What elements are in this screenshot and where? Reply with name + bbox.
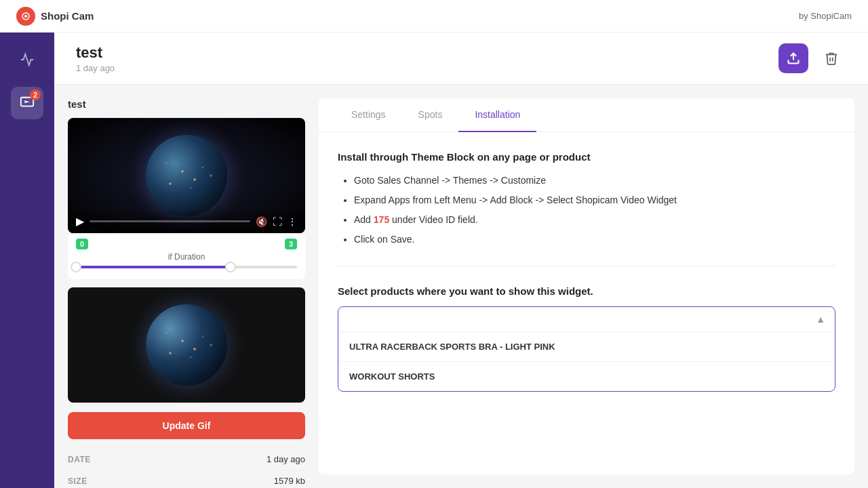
body-columns: test ▶ 🔇 ⛶ ⋮ xyxy=(54,85,868,488)
product-item-1[interactable]: ULTRA RACERBACK SPORTS BRA - LIGHT PINK xyxy=(338,332,835,362)
logo-icon xyxy=(16,7,35,26)
install-title: Install through Theme Block on any page … xyxy=(338,151,835,163)
install-step-3-before: Add xyxy=(354,214,374,225)
slider-fill xyxy=(76,266,231,268)
gif-duration-end-label: 3 xyxy=(285,239,297,249)
meta-row-date: DATE 1 day ago xyxy=(68,449,305,470)
products-list: ULTRA RACERBACK SPORTS BRA - LIGHT PINK … xyxy=(338,332,835,391)
install-steps-list: Goto Sales Channel -> Themes -> Customiz… xyxy=(338,174,835,247)
gif-preview xyxy=(68,287,305,403)
top-navigation: Shopi Cam by ShopiCam xyxy=(0,0,868,33)
progress-bar[interactable] xyxy=(90,220,250,222)
products-dropdown-header[interactable]: ▲ xyxy=(338,307,835,332)
meta-size-label: SIZE xyxy=(68,476,87,486)
content-area: test 1 day ago xyxy=(54,33,868,488)
sidebar-item-video[interactable]: 2 xyxy=(11,87,43,119)
slider-thumb-left[interactable] xyxy=(71,262,81,272)
globe-image xyxy=(146,135,227,216)
fullscreen-button[interactable]: ⛶ xyxy=(273,216,282,227)
gif-globe-lights xyxy=(146,304,227,386)
tab-installation[interactable]: Installation xyxy=(458,98,536,132)
sidebar: 2 xyxy=(0,33,54,488)
tab-spots[interactable]: Spots xyxy=(402,98,459,132)
install-step-1: Goto Sales Channel -> Themes -> Customiz… xyxy=(354,174,835,188)
chevron-up-icon: ▲ xyxy=(816,314,825,325)
main-layout: 2 test 1 day ago xyxy=(0,33,868,488)
product-item-2[interactable]: WORKOUT SHORTS xyxy=(338,362,835,391)
gif-duration-wrapper: 0 3 if Duration xyxy=(68,233,305,279)
meta-row-size: SIZE 1579 kb xyxy=(68,470,305,488)
meta-rows: DATE 1 day ago SIZE 1579 kb xyxy=(68,449,305,488)
app-title: Shopi Cam xyxy=(41,10,94,22)
topnav-byline: by ShopiCam xyxy=(799,11,852,21)
page-header-left: test 1 day ago xyxy=(76,44,115,73)
gif-duration-labels: 0 3 xyxy=(76,239,297,249)
tab-settings[interactable]: Settings xyxy=(335,98,402,132)
install-step-4: Click on Save. xyxy=(354,232,835,247)
install-step-3-after: under Video ID field. xyxy=(389,214,478,225)
sidebar-item-analytics[interactable] xyxy=(11,43,43,76)
section-divider xyxy=(338,266,835,266)
more-options-button[interactable]: ⋮ xyxy=(288,216,297,227)
meta-date-value: 1 day ago xyxy=(267,454,305,464)
products-title: Select products where you want to show t… xyxy=(338,285,835,297)
left-panel: test ▶ 🔇 ⛶ ⋮ xyxy=(54,85,319,488)
sidebar-badge: 2 xyxy=(30,89,41,100)
play-button[interactable]: ▶ xyxy=(76,215,84,228)
page-header-actions xyxy=(778,43,846,73)
slider-thumb-right[interactable] xyxy=(225,262,236,272)
volume-button[interactable]: 🔇 xyxy=(256,216,267,227)
page-header: test 1 day ago xyxy=(54,33,868,85)
meta-date-label: DATE xyxy=(68,455,91,464)
page-title: test xyxy=(76,44,115,62)
delete-button[interactable] xyxy=(816,43,846,73)
products-dropdown: ▲ ULTRA RACERBACK SPORTS BRA - LIGHT PIN… xyxy=(338,306,835,392)
svg-point-1 xyxy=(24,15,27,18)
video-controls: ▶ 🔇 ⛶ ⋮ xyxy=(68,209,305,233)
install-step-3-highlight: 175 xyxy=(374,214,389,225)
tabs: Settings Spots Installation xyxy=(319,98,854,132)
svg-marker-3 xyxy=(24,100,29,103)
right-panel: Settings Spots Installation Install thro… xyxy=(319,98,854,474)
page-subtitle: 1 day ago xyxy=(76,63,115,73)
gif-globe-image xyxy=(146,304,227,386)
left-panel-title: test xyxy=(68,98,305,110)
install-step-3: Add 175 under Video ID field. xyxy=(354,213,835,227)
gif-duration-start-label: 0 xyxy=(76,239,88,249)
meta-size-value: 1579 kb xyxy=(274,476,305,486)
installation-tab-content: Install through Theme Block on any page … xyxy=(319,132,854,474)
gif-duration-text: if Duration xyxy=(76,252,297,262)
video-player: ▶ 🔇 ⛶ ⋮ xyxy=(68,118,305,233)
globe-lights xyxy=(146,135,227,216)
update-gif-button[interactable]: Update Gif xyxy=(68,412,305,439)
upload-button[interactable] xyxy=(778,43,808,73)
gif-duration-slider[interactable] xyxy=(76,266,297,268)
brand-area: Shopi Cam xyxy=(16,7,94,26)
install-step-2: Expand Apps from Left Menu -> Add Block … xyxy=(354,193,835,207)
